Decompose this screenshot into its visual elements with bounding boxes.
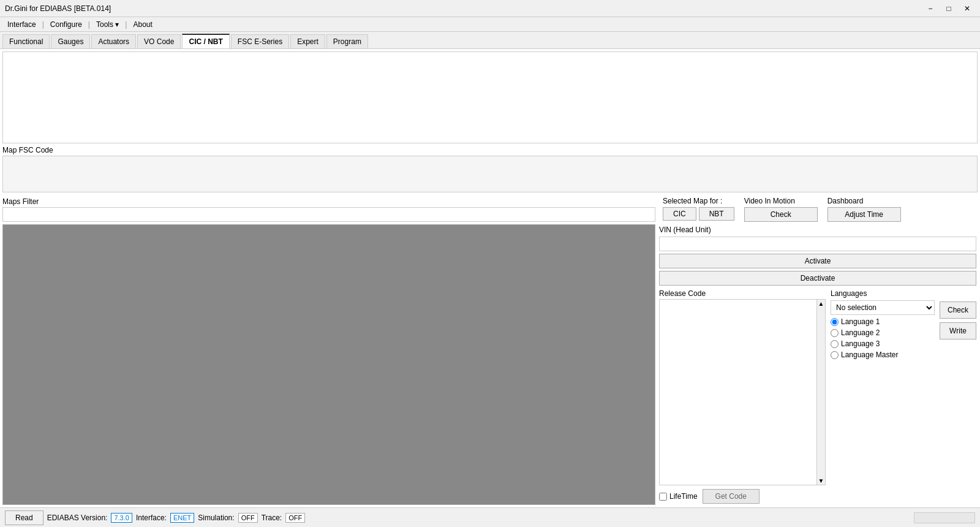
menu-sep-3: |: [124, 20, 128, 29]
dashboard-label: Dashboard: [827, 197, 901, 205]
main-content: Map FSC Code Maps Filter Selected Map fo…: [0, 49, 980, 507]
menu-sep-1: |: [41, 20, 45, 29]
activate-button[interactable]: Activate: [659, 254, 976, 268]
close-button[interactable]: ✕: [959, 2, 975, 15]
simulation-label: Simulation:: [198, 514, 234, 522]
tab-functional[interactable]: Functional: [2, 34, 50, 48]
radio-lang2-input[interactable]: [831, 329, 839, 337]
menu-bar: Interface | Configure | Tools ▾ | About: [0, 17, 980, 32]
maps-filter-section: Maps Filter Selected Map for : CIC NBT: [2, 197, 978, 222]
maps-filter-label: Maps Filter: [2, 197, 655, 206]
fsc-section: Map FSC Code: [2, 146, 978, 194]
status-bar: Read EDIABAS Version: 7.3.0 Interface: E…: [0, 507, 980, 527]
minimize-button[interactable]: −: [922, 2, 938, 15]
window-controls: − □ ✕: [922, 2, 975, 15]
deactivate-button[interactable]: Deactivate: [659, 271, 976, 286]
lifetime-checkbox[interactable]: [659, 493, 667, 501]
log-area: [2, 51, 978, 143]
language-radio-group: Language 1 Language 2 Language 3: [831, 317, 935, 359]
interface-value-badge: ENET: [170, 513, 194, 523]
radio-lang3-input[interactable]: [831, 340, 839, 348]
lifetime-label[interactable]: LifeTime: [659, 492, 698, 501]
tab-actuators[interactable]: Actuators: [91, 34, 136, 48]
tab-gauges[interactable]: Gauges: [51, 34, 90, 48]
maximize-button[interactable]: □: [941, 2, 957, 15]
interface-label: Interface:: [136, 514, 167, 522]
radio-lang-master-input[interactable]: [831, 351, 839, 359]
languages-label: Languages: [831, 289, 935, 298]
menu-about[interactable]: About: [128, 19, 157, 30]
vim-check-button[interactable]: Check: [744, 207, 818, 222]
title-bar: Dr.Gini for EDIABAS [BETA.014] − □ ✕: [0, 0, 980, 17]
right-panel: VIN (Head Unit) Activate Deactivate Rele…: [658, 224, 978, 505]
cic-button[interactable]: CIC: [663, 207, 696, 221]
simulation-value-badge: OFF: [238, 513, 258, 523]
tab-cic-nbt[interactable]: CIC / NBT: [182, 34, 229, 48]
menu-configure[interactable]: Configure: [45, 19, 87, 30]
languages-section: Languages No selection Language 1 Langua…: [831, 289, 935, 485]
lifetime-section: LifeTime Get Code: [659, 489, 976, 504]
vim-section: Video In Motion Check: [744, 197, 818, 222]
vin-input[interactable]: [659, 237, 976, 251]
lang-write-button[interactable]: Write: [940, 322, 976, 339]
get-code-button[interactable]: Get Code: [703, 489, 760, 504]
tab-bar: Functional Gauges Actuators VO Code CIC …: [0, 32, 980, 49]
release-code-scrollbar[interactable]: ▲ ▼: [816, 300, 825, 485]
radio-lang-master-label: Language Master: [841, 351, 898, 359]
radio-lang2-label: Language 2: [841, 328, 880, 337]
radio-lang-master[interactable]: Language Master: [831, 351, 935, 359]
ediabas-version-badge: 7.3.0: [111, 513, 132, 523]
radio-lang1[interactable]: Language 1: [831, 317, 935, 326]
release-code-textarea[interactable]: [660, 300, 816, 485]
lang-check-button[interactable]: Check: [940, 301, 976, 319]
lifetime-text: LifeTime: [669, 492, 698, 501]
radio-lang2[interactable]: Language 2: [831, 328, 935, 337]
selected-map-section: Selected Map for : CIC NBT: [663, 197, 734, 221]
radio-lang1-input[interactable]: [831, 318, 839, 326]
app-title: Dr.Gini for EDIABAS [BETA.014]: [5, 4, 111, 13]
fsc-textarea[interactable]: [2, 156, 978, 192]
tab-vo-code[interactable]: VO Code: [137, 34, 181, 48]
nbt-button[interactable]: NBT: [699, 207, 734, 221]
adjust-time-button[interactable]: Adjust Time: [827, 207, 901, 222]
selected-map-label: Selected Map for :: [663, 197, 734, 205]
release-code-label: Release Code: [659, 289, 826, 298]
languages-select[interactable]: No selection Language 1 Language 2 Langu…: [831, 300, 935, 315]
progress-bar: [914, 512, 975, 523]
menu-tools[interactable]: Tools ▾: [91, 19, 124, 30]
check-write-col: Check Write: [940, 289, 976, 485]
maps-filter-input[interactable]: [2, 207, 655, 222]
tab-expert[interactable]: Expert: [290, 34, 325, 48]
bottom-section: VIN (Head Unit) Activate Deactivate Rele…: [2, 224, 978, 505]
ediabas-version-label: EDIABAS Version:: [47, 514, 108, 522]
tab-program[interactable]: Program: [326, 34, 368, 48]
maps-list[interactable]: [2, 224, 655, 505]
dashboard-section: Dashboard Adjust Time: [827, 197, 901, 222]
release-code-section: Release Code ▲ ▼: [659, 289, 826, 485]
vin-label: VIN (Head Unit): [659, 226, 976, 234]
radio-lang3[interactable]: Language 3: [831, 339, 935, 348]
read-button[interactable]: Read: [5, 510, 43, 525]
right-top-controls: Selected Map for : CIC NBT Video In Moti…: [663, 197, 901, 222]
radio-lang1-label: Language 1: [841, 317, 880, 326]
trace-label: Trace:: [262, 514, 282, 522]
fsc-label: Map FSC Code: [2, 146, 978, 154]
radio-lang3-label: Language 3: [841, 339, 880, 348]
tab-fsc-e-series[interactable]: FSC E-Series: [231, 34, 289, 48]
menu-sep-2: |: [87, 20, 91, 29]
vim-label: Video In Motion: [744, 197, 818, 205]
trace-value-badge: OFF: [285, 513, 305, 523]
menu-interface[interactable]: Interface: [2, 19, 41, 30]
